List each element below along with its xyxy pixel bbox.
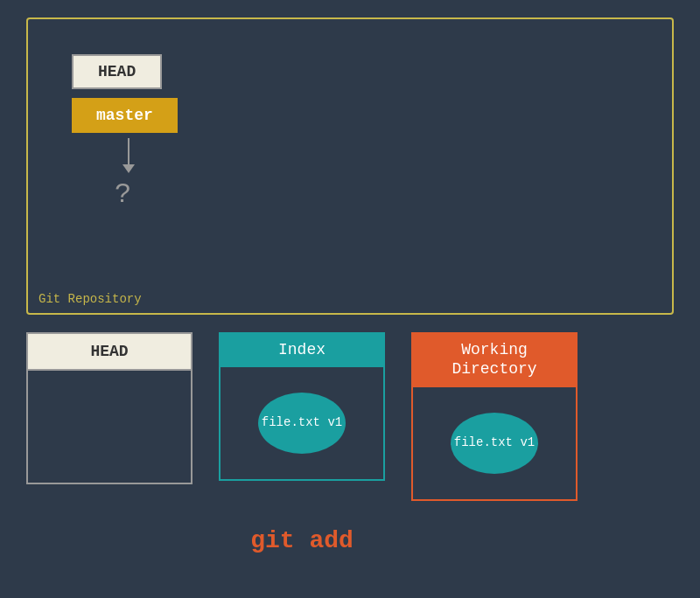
git-repo-container: HEAD master ? Git Repository xyxy=(26,17,674,315)
question-mark: ? xyxy=(115,178,131,211)
git-add-spacer xyxy=(26,518,192,554)
arrow-down xyxy=(122,138,135,173)
arrow-line xyxy=(128,138,130,164)
file-blob-workdir: file.txt v1 xyxy=(451,413,538,474)
workdir-content-box: file.txt v1 xyxy=(411,387,578,501)
master-box: master xyxy=(72,98,178,133)
git-add-spacer-right xyxy=(411,518,578,554)
workdir-header: WorkingDirectory xyxy=(411,332,578,387)
index-header: Index xyxy=(219,332,385,367)
head-content-box xyxy=(26,371,192,484)
git-add-center: git add xyxy=(219,518,385,554)
head-box-bottom: HEAD xyxy=(26,332,192,371)
head-panel: HEAD xyxy=(26,332,192,501)
git-add-label: git add xyxy=(250,527,354,554)
git-add-row: git add xyxy=(26,518,674,554)
head-box-top: HEAD xyxy=(72,54,162,89)
bottom-panels-row: HEAD Index file.txt v1 WorkingDirectory … xyxy=(26,332,674,501)
file-blob-index: file.txt v1 xyxy=(258,393,346,454)
index-content-box: file.txt v1 xyxy=(219,367,385,481)
index-panel: Index file.txt v1 xyxy=(219,332,385,501)
git-repo-label: Git Repository xyxy=(38,292,142,306)
arrow-head xyxy=(122,164,135,173)
workdir-panel: WorkingDirectory file.txt v1 xyxy=(411,332,578,501)
